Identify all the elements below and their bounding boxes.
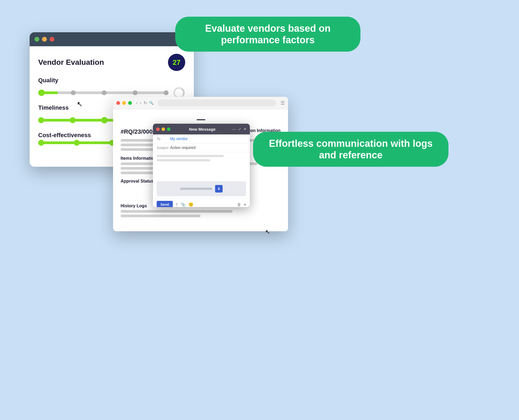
dialog-close-button[interactable] (156, 127, 160, 131)
timeliness-thumb[interactable] (101, 117, 108, 123)
browser-max-button[interactable] (128, 101, 132, 105)
titlebar-dot-yellow[interactable] (42, 37, 47, 42)
browser-bar: ‹ › ↻ 🔍 ☰ (113, 97, 288, 109)
app-logo: ⸻ (196, 115, 205, 124)
titlebar-dot-green[interactable] (34, 37, 39, 42)
score-badge: 27 (168, 54, 185, 71)
dialog-min-button[interactable] (162, 127, 165, 131)
attachment-icon[interactable] (215, 185, 223, 193)
dialog-close-icon[interactable]: ✕ (243, 127, 247, 131)
emoji-toolbar-icon[interactable]: 🙂 (188, 202, 194, 207)
send-button[interactable]: Send (157, 201, 173, 207)
delete-toolbar-icon[interactable]: 🗑 (237, 202, 241, 207)
cost-node-2 (74, 140, 80, 146)
browser-close-button[interactable] (116, 101, 120, 105)
quality-slider-nodes (38, 90, 169, 96)
dialog-body: To My vendor Subject Action required Sen… (153, 134, 250, 207)
back-button[interactable]: ‹ (136, 101, 138, 105)
quality-node-3 (102, 90, 107, 95)
dialog-max-button[interactable] (167, 127, 170, 131)
dialog-controls: — ⤢ ✕ (232, 127, 247, 131)
quality-node-4 (133, 90, 138, 95)
timeliness-node-1 (38, 117, 44, 123)
bubble-top: Evaluate vendors based on performance fa… (175, 17, 360, 52)
request-id: #RQ/23/0001 (121, 128, 156, 135)
format-icon[interactable]: T (176, 202, 178, 207)
history-line-2 (121, 215, 201, 217)
dialog-minimize-icon[interactable]: — (232, 127, 236, 131)
quality-thumb[interactable] (38, 90, 45, 96)
message-content-area[interactable] (153, 152, 250, 179)
attach-file-icon (217, 187, 221, 191)
search-button[interactable]: 🔍 (149, 101, 153, 105)
quality-section: Quality (38, 77, 185, 99)
bubble-bottom: Effortless communication with logs and r… (253, 132, 448, 167)
vendor-titlebar (30, 32, 194, 46)
browser-address-bar[interactable] (158, 99, 276, 106)
cost-node-1 (38, 140, 44, 146)
subject-label: Subject (157, 146, 170, 150)
new-message-dialog: New Message — ⤢ ✕ To My vendor Subject A… (153, 124, 250, 207)
dialog-title: New Message (174, 127, 230, 131)
browser-nav: ‹ › ↻ 🔍 (136, 100, 153, 105)
dialog-titlebar: New Message — ⤢ ✕ (153, 124, 250, 134)
vendor-title: Vendor Evaluation (38, 58, 104, 67)
dialog-expand-icon[interactable]: ⤢ (238, 127, 241, 131)
quality-label: Quality (38, 77, 185, 84)
to-value: My vendor (170, 137, 188, 141)
browser-menu-button[interactable]: ☰ (280, 100, 285, 106)
to-field[interactable]: To My vendor (153, 134, 250, 143)
attachment-box (157, 181, 246, 196)
browser-min-button[interactable] (122, 101, 126, 105)
score-value: 27 (173, 58, 181, 67)
dialog-toolbar: Send T 📎 🙂 🗑 ▾ (153, 198, 250, 207)
titlebar-dot-red[interactable] (50, 37, 54, 42)
subject-field[interactable]: Subject Action required (153, 143, 250, 152)
bubble-top-text: Evaluate vendors based on performance fa… (186, 23, 350, 46)
attachment-text (180, 188, 212, 190)
attach-toolbar-icon[interactable]: 📎 (181, 202, 186, 207)
quality-node-2 (71, 90, 76, 95)
refresh-button[interactable]: ↻ (143, 100, 147, 105)
timeliness-node-2 (70, 117, 76, 123)
to-label: To (157, 137, 170, 141)
history-line-1 (121, 210, 233, 213)
msg-line-2 (157, 159, 210, 161)
msg-line-1 (157, 155, 224, 157)
more-toolbar-icon[interactable]: ▾ (244, 202, 246, 207)
forward-button[interactable]: › (140, 101, 141, 105)
quality-slider-track[interactable] (38, 91, 169, 94)
bubble-bottom-text: Effortless communication with logs and r… (264, 138, 438, 161)
vendor-header: Vendor Evaluation 27 (38, 54, 185, 71)
subject-value: Action required (170, 145, 195, 150)
quality-node-5 (164, 90, 169, 95)
logo-area: ⸻ (121, 115, 280, 124)
